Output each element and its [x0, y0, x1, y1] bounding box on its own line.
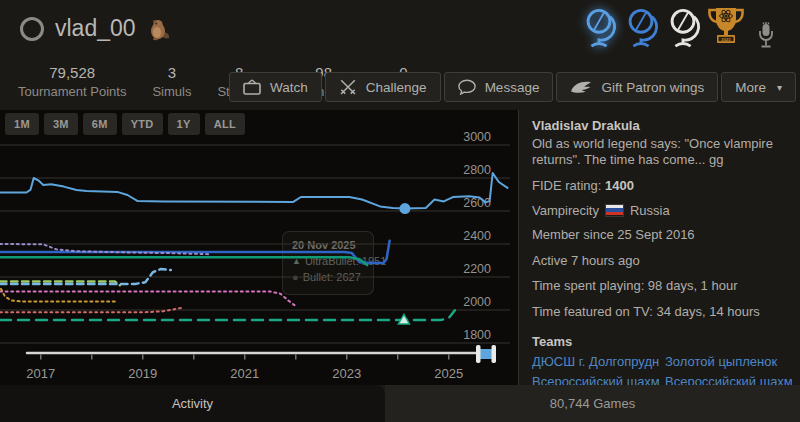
stat-label: Tournament Points [18, 84, 126, 99]
y-axis-tick-label: 1800 [463, 328, 491, 342]
slider-handle-right[interactable] [492, 345, 497, 363]
bottom-tabs: Activity 80,744 Games [0, 385, 800, 422]
fide-label: FIDE rating: [532, 178, 605, 193]
message-button[interactable]: Message [444, 72, 554, 102]
time-spent-playing: Time spent playing: 98 days, 1 hour [532, 278, 792, 295]
crossed-swords-icon [339, 78, 357, 96]
real-name: Vladislav Drakula [532, 118, 792, 135]
y-axis-tick-label: 2000 [463, 295, 491, 309]
location-row: VampirecityRussia [532, 203, 792, 220]
range-6m-button[interactable]: 6M [83, 113, 117, 135]
globe-trophy-white-icon[interactable] [664, 5, 702, 51]
last-active: Active 7 hours ago [532, 253, 792, 270]
range-all-button[interactable]: ALL [205, 113, 245, 135]
y-axis-tick-label: 2200 [463, 262, 491, 276]
series-pink-dotted [0, 292, 295, 306]
speech-bubble-icon [458, 79, 476, 95]
stat-value: 79,528 [49, 62, 95, 84]
action-buttons: Watch Challenge Message Gift Patron wing… [229, 72, 796, 102]
city-text: Vampirecity [532, 203, 599, 218]
tab-activity-label: Activity [172, 396, 213, 411]
time-range-buttons: 1M 3M 6M YTD 1Y ALL [5, 113, 245, 135]
user-title-row: vlad_00 [20, 15, 171, 42]
challenge-button[interactable]: Challenge [325, 72, 441, 102]
svg-text:2023: 2023 [721, 37, 731, 42]
range-ytd-button[interactable]: YTD [122, 113, 163, 135]
challenge-label: Challenge [366, 80, 427, 95]
tab-games[interactable]: 80,744 Games [385, 385, 800, 422]
x-axis-label: 2025 [434, 366, 463, 381]
globe-trophy-blue-glow-icon[interactable] [580, 5, 618, 51]
member-since: Member since 25 Sept 2016 [532, 227, 792, 244]
slider-selected-range[interactable] [480, 349, 492, 359]
tab-games-label: 80,744 Games [550, 396, 635, 411]
tab-activity[interactable]: Activity [0, 385, 385, 422]
team-link[interactable]: Золотой цыпленок [665, 354, 792, 371]
fide-rating-row: FIDE rating: 1400 [532, 178, 792, 195]
series-rapid-teal-solid [0, 257, 367, 265]
x-axis-label: 2019 [128, 366, 157, 381]
rating-chart-panel: 1M 3M 6M YTD 1Y ALL 20 Nov 2025 ▲ UltraB… [0, 110, 518, 385]
gift-patron-wings-button[interactable]: Gift Patron wings [556, 72, 718, 102]
tv-icon [243, 79, 261, 95]
gift-label: Gift Patron wings [601, 80, 704, 95]
username: vlad_00 [55, 15, 136, 42]
team-link[interactable]: Всероссийский шахма... [665, 374, 792, 385]
team-link[interactable]: Всероссийский шахма... [532, 374, 659, 385]
y-axis-tick-label: 3000 [463, 130, 491, 144]
chevron-down-icon: ▾ [777, 82, 782, 93]
teams-heading: Teams [532, 334, 792, 351]
online-status-ring-icon [20, 17, 44, 41]
fide-value: 1400 [605, 178, 634, 193]
slider-handle-left[interactable] [476, 345, 481, 363]
y-axis-tick-label: 2400 [463, 229, 491, 243]
stat-value: 3 [168, 62, 176, 84]
profile-header: vlad_00 [0, 0, 800, 110]
trophy-shelf: 2023 [580, 5, 776, 51]
more-button[interactable]: More ▾ [721, 72, 796, 102]
watch-label: Watch [270, 80, 308, 95]
country-text: Russia [630, 203, 670, 218]
patron-wing-icon [570, 80, 592, 94]
russia-flag-icon [606, 205, 623, 216]
time-featured-tv: Time featured on TV: 34 days, 14 hours [532, 304, 792, 321]
stat-label: Simuls [152, 84, 191, 99]
teams-list: ДЮСШ г. Долгопрудный Золотой цыпленок Вс… [532, 354, 792, 385]
microphone-icon[interactable] [756, 21, 776, 51]
more-label: More [735, 80, 766, 95]
stat-simuls[interactable]: 3 Simuls [152, 62, 191, 99]
profile-sidebar: Vladislav Drakula Old as world legend sa… [518, 110, 800, 385]
x-axis-label: 2021 [230, 366, 259, 381]
message-label: Message [485, 80, 540, 95]
x-axis-label: 2023 [332, 366, 361, 381]
team-link[interactable]: ДЮСШ г. Долгопрудный [532, 354, 659, 371]
globe-trophy-blue-icon[interactable] [622, 5, 660, 51]
y-axis-tick-label: 2800 [463, 163, 491, 177]
stat-tournament-points[interactable]: 79,528 Tournament Points [18, 62, 126, 99]
range-1y-button[interactable]: 1Y [168, 113, 200, 135]
bullet-point-marker[interactable] [399, 203, 410, 214]
bio-text: Old as world legend says: "Once vlampire… [532, 136, 792, 169]
beaver-patron-icon [147, 17, 171, 41]
range-3m-button[interactable]: 3M [44, 113, 78, 135]
x-axis-label: 2017 [26, 366, 55, 381]
rating-history-chart: 3000280026002400220020001800201720192021… [0, 125, 518, 385]
range-1m-button[interactable]: 1M [5, 113, 39, 135]
watch-button[interactable]: Watch [229, 72, 322, 102]
atom-cup-trophy-icon[interactable]: 2023 [706, 5, 746, 51]
